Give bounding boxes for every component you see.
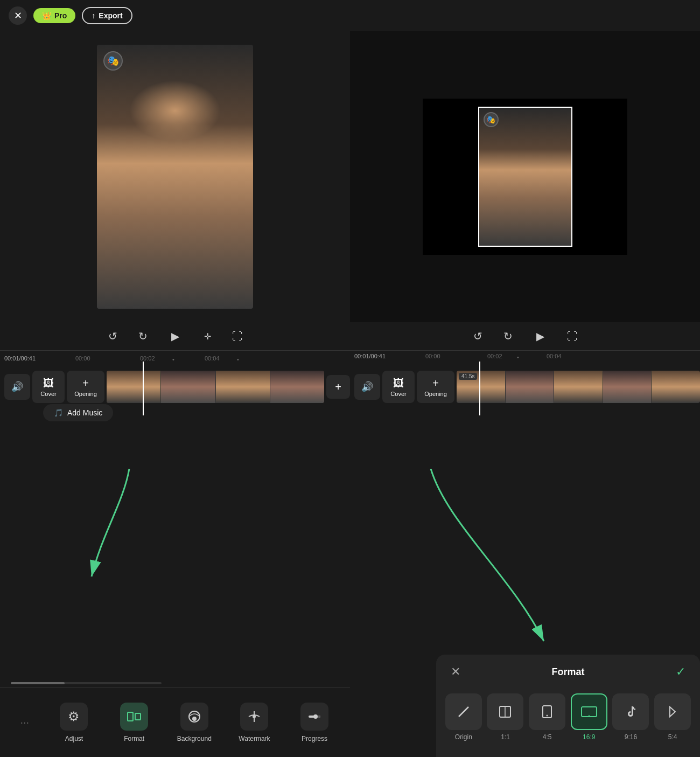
scrollbar-bottom[interactable] (11, 682, 162, 684)
tool-item-adjust[interactable]: ⚙ Adjust (55, 703, 93, 742)
9-16-label: 9:16 (625, 733, 637, 741)
tool-item-format[interactable]: Format (115, 703, 153, 742)
opening-clip-left[interactable]: + Opening (67, 371, 104, 403)
format-option-9-16[interactable]: 9:16 (612, 693, 649, 741)
audio-button-left[interactable]: 🔊 (4, 374, 30, 400)
opening-clip-right[interactable]: + Opening (417, 371, 454, 403)
marker-1-right: 00:02 (487, 353, 502, 359)
background-icon (180, 703, 208, 731)
controls-right: ↺ ↻ ▶ ⛶ (350, 325, 700, 347)
play-button-right[interactable]: ▶ (529, 325, 551, 347)
progress-icon (300, 703, 328, 731)
svg-point-5 (192, 717, 197, 721)
scrollbar-thumb (11, 682, 65, 684)
tool-item-watermark[interactable]: Watermark (235, 703, 273, 742)
export-label: Export (99, 11, 122, 20)
pro-button[interactable]: 👑 Pro (33, 8, 75, 23)
format-icon (120, 703, 148, 731)
cover-label-left: Cover (40, 391, 56, 397)
adjust-label: Adjust (65, 735, 83, 742)
svg-rect-3 (135, 713, 141, 720)
strip-thumb-3 (216, 371, 270, 403)
format-title: Format (551, 666, 584, 678)
strip-thumb-2 (161, 371, 215, 403)
cover-clip-right[interactable]: 🖼 Cover (382, 371, 415, 403)
dots-icon: ··· (20, 716, 29, 728)
video-frame-right-container: 🎭 (423, 99, 627, 255)
arrow-left (70, 469, 156, 587)
4-5-icon-box (529, 693, 565, 730)
undo-button-left[interactable]: ↺ (104, 328, 121, 345)
arrow-right (415, 469, 555, 652)
add-clip-button-left[interactable]: + (326, 375, 350, 399)
avatar-overlay-right: 🎭 (484, 112, 499, 127)
svg-marker-17 (670, 707, 675, 717)
5-4-label: 5:4 (668, 733, 677, 741)
marker-1-left: 00:02 (140, 355, 155, 362)
cover-clip-left[interactable]: 🖼 Cover (32, 371, 65, 403)
top-bar: ✕ 👑 Pro ↑ Export (0, 0, 700, 31)
tool-item-progress[interactable]: Progress (296, 703, 333, 742)
svg-rect-2 (128, 712, 133, 721)
svg-line-10 (459, 707, 468, 717)
controls-left: ↺ ↻ ▶ ✛ ⛶ (0, 325, 350, 347)
strip-r-5 (652, 371, 700, 403)
cover-icon-right: 🖼 (393, 377, 404, 390)
marker-dot-left: • (172, 356, 174, 363)
format-option-1-1[interactable]: 1:1 (487, 693, 523, 741)
close-button[interactable]: ✕ (9, 6, 27, 25)
format-option-origin[interactable]: Origin (445, 693, 482, 741)
tool-item-background[interactable]: Background (176, 703, 213, 742)
check-icon: ✓ (676, 665, 685, 679)
adjust-icon: ⚙ (60, 703, 88, 731)
svg-rect-15 (582, 707, 597, 717)
time-current-right: 00:01/00:41 (354, 353, 386, 359)
video-frame-right: 🎭 (478, 107, 572, 247)
marker-0-left: 00:00 (75, 355, 90, 362)
1-1-label: 1:1 (501, 733, 510, 741)
expand-button-right[interactable]: ⛶ (564, 328, 581, 345)
1-1-icon-box (487, 693, 523, 730)
export-button[interactable]: ↑ Export (82, 7, 132, 24)
add-music-label: Add Music (67, 408, 102, 417)
play-button-left[interactable]: ▶ (164, 325, 186, 347)
pro-label: Pro (54, 11, 67, 20)
add-music-button[interactable]: 🎵 Add Music (43, 404, 113, 421)
9-16-icon-box (612, 693, 649, 730)
undo-button-right[interactable]: ↺ (469, 328, 486, 345)
preview-left: 🎭 (0, 31, 350, 322)
cover-label-right: Cover (390, 391, 406, 397)
5-4-icon-box (654, 693, 691, 730)
format-option-16-9[interactable]: 16:9 (571, 693, 607, 741)
format-options: Origin 1:1 4:5 (436, 689, 700, 749)
expand-button-left[interactable]: ⛶ (229, 328, 246, 345)
opening-icon-left: + (82, 377, 89, 390)
video-strip-right: 41.5s (457, 371, 700, 403)
format-option-4-5[interactable]: 4:5 (529, 693, 565, 741)
format-option-5-4[interactable]: 5:4 (654, 693, 691, 741)
playhead-right (479, 362, 480, 415)
video-strip-left (107, 371, 324, 403)
timeline-area: 00:01/00:41 00:00 00:02 • 00:04 • 🔊 🖼 Co… (0, 350, 700, 426)
svg-point-14 (547, 715, 548, 717)
origin-label: Origin (455, 733, 472, 741)
opening-label-left: Opening (74, 391, 97, 397)
marker-2-right: 00:04 (547, 353, 562, 359)
audio-button-right[interactable]: 🔊 (354, 374, 380, 400)
opening-icon-right: + (432, 377, 439, 390)
strip-r-3 (554, 371, 603, 403)
svg-point-6 (253, 715, 256, 718)
marker-0-right: 00:00 (425, 353, 440, 359)
marker-dot2-left: • (237, 356, 239, 363)
timeline-left: 00:01/00:41 00:00 00:02 • 00:04 • 🔊 🖼 Co… (0, 350, 350, 426)
svg-point-9 (313, 714, 318, 719)
svg-point-16 (588, 716, 590, 717)
cursor-button[interactable]: ✛ (199, 328, 216, 345)
format-close-button[interactable]: ✕ (447, 663, 464, 680)
upload-icon: ↑ (92, 11, 95, 20)
scroll-indicator: ··· (17, 709, 33, 737)
redo-button-right[interactable]: ↻ (499, 328, 516, 345)
format-confirm-button[interactable]: ✓ (672, 663, 689, 680)
redo-button-left[interactable]: ↻ (134, 328, 151, 345)
video-person (97, 45, 253, 309)
